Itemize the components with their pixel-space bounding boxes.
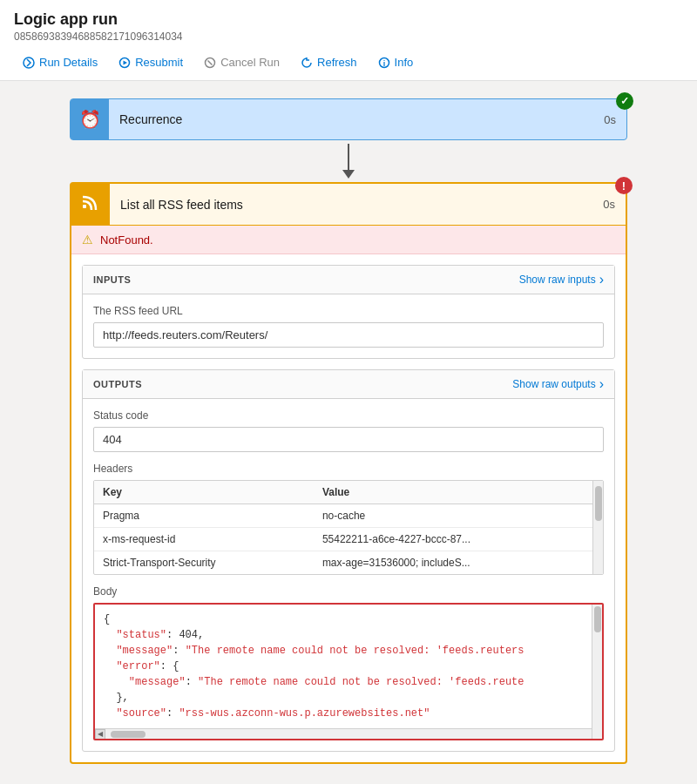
resubmit-button[interactable]: Resubmit: [110, 51, 192, 73]
recurrence-icon-area: ⏰: [71, 99, 109, 139]
success-badge: ✓: [616, 92, 633, 110]
recurrence-block[interactable]: ⏰ Recurrence 0s ✓: [70, 98, 627, 140]
inputs-content: The RSS feed URL http://feeds.reuters.co…: [83, 294, 614, 358]
run-details-icon: [23, 57, 35, 69]
toolbar: Run Details Resubmit Cancel Run Refresh …: [14, 51, 683, 80]
body-section: Body { "status": 404, "message": "The re…: [93, 585, 604, 740]
body-line: "message": "The remote name could not be…: [104, 674, 585, 690]
headers-table: Key Value Pragma no-cache: [94, 481, 603, 574]
body-line: "message": "The remote name could not be…: [104, 643, 585, 659]
svg-point-0: [24, 57, 34, 68]
chevron-right-icon: [599, 273, 604, 287]
rss-time: 0s: [592, 198, 626, 211]
refresh-icon: [301, 57, 313, 69]
outputs-content: Status code 404 Headers Key Value: [83, 399, 614, 751]
status-code-value: 404: [93, 427, 604, 452]
body-line: "source": "rss-wus.azconn-wus.p.azureweb…: [104, 706, 585, 721]
inputs-title: INPUTS: [93, 274, 131, 285]
table-row: Strict-Transport-Security max-age=315360…: [94, 551, 603, 575]
scrollbar-thumb: [595, 486, 602, 521]
rss-icon: [81, 193, 100, 216]
outputs-panel: OUTPUTS Show raw outputs Status code 404…: [82, 369, 615, 752]
header-key: x-ms-request-id: [94, 528, 314, 551]
body-code: { "status": 404, "message": "The remote …: [95, 605, 602, 728]
svg-line-4: [208, 60, 213, 64]
refresh-button[interactable]: Refresh: [292, 51, 366, 73]
rss-header[interactable]: List all RSS feed items 0s !: [71, 184, 626, 226]
header-key: Pragma: [94, 504, 314, 528]
cancel-icon: [204, 57, 216, 69]
headers-label: Headers: [93, 463, 604, 475]
outputs-header: OUTPUTS Show raw outputs: [83, 370, 614, 399]
show-raw-outputs-link[interactable]: Show raw outputs: [512, 377, 604, 391]
resubmit-icon: [118, 57, 131, 69]
table-row: x-ms-request-id 55422211-a6ce-4227-bccc-…: [94, 528, 603, 551]
scroll-left-btn[interactable]: ◀: [95, 729, 105, 740]
arrow-head: [342, 170, 355, 179]
value-column-header: Value: [314, 481, 592, 504]
header-value: no-cache: [314, 504, 592, 528]
headers-table-container: Key Value Pragma no-cache: [93, 480, 604, 575]
outputs-title: OUTPUTS: [93, 379, 142, 389]
body-line: },: [104, 690, 585, 706]
svg-marker-2: [124, 60, 128, 64]
scrollbar-h-track: [107, 731, 590, 738]
rss-url-label: The RSS feed URL: [93, 305, 604, 317]
error-badge: !: [615, 177, 633, 194]
svg-rect-7: [83, 205, 86, 208]
status-code-label: Status code: [93, 409, 604, 422]
body-line: "status": 404,: [104, 627, 585, 643]
page-subtitle: 08586938394688582171096314034: [14, 30, 683, 43]
body-line: {: [104, 612, 585, 627]
flow-container: ⏰ Recurrence 0s ✓: [26, 98, 671, 764]
rss-action-label: List all RSS feed items: [110, 198, 592, 212]
cancel-run-button[interactable]: Cancel Run: [195, 51, 288, 73]
arrow-line: [348, 144, 349, 170]
svg-text:i: i: [382, 59, 385, 68]
info-button[interactable]: i Info: [369, 51, 423, 73]
body-line: "error": {: [104, 659, 585, 674]
key-column-header: Key: [94, 481, 314, 504]
body-scrollbar-h[interactable]: ◀ ▶: [95, 728, 602, 739]
header-value: max-age=31536000; includeS...: [314, 551, 592, 575]
show-raw-inputs-link[interactable]: Show raw inputs: [519, 273, 604, 287]
recurrence-label: Recurrence: [109, 112, 593, 126]
flow-arrow: [342, 144, 355, 179]
recurrence-time: 0s: [593, 113, 626, 126]
page-header: Logic app run 08586938394688582171096314…: [0, 0, 697, 81]
error-message: NotFound.: [100, 233, 153, 247]
body-container: { "status": 404, "message": "The remote …: [93, 603, 604, 740]
inputs-panel: INPUTS Show raw inputs The RSS feed URL …: [82, 265, 615, 359]
header-key: Strict-Transport-Security: [94, 551, 314, 575]
recurrence-icon: ⏰: [79, 109, 101, 130]
scrollbar-h-thumb: [111, 731, 145, 738]
rss-block: List all RSS feed items 0s ! ⚠ NotFound.…: [70, 182, 627, 764]
warning-icon: ⚠: [82, 233, 93, 247]
table-row: Pragma no-cache: [94, 504, 603, 528]
main-content: ⏰ Recurrence 0s ✓: [0, 81, 697, 784]
headers-scrollbar[interactable]: [592, 481, 603, 574]
body-scrollbar-thumb: [594, 606, 601, 632]
error-bar: ⚠ NotFound.: [71, 226, 626, 254]
header-value: 55422211-a6ce-4227-bccc-87...: [314, 528, 592, 551]
rss-icon-area: [71, 184, 110, 225]
headers-section: Headers Key Value: [93, 463, 604, 575]
body-label: Body: [93, 585, 604, 598]
rss-url-value: http://feeds.reuters.com/Reuters/: [93, 322, 604, 348]
inputs-header: INPUTS Show raw inputs: [83, 266, 614, 294]
info-icon: i: [378, 57, 390, 69]
body-scrollbar-v[interactable]: [592, 605, 602, 739]
chevron-right-outputs-icon: [599, 377, 604, 391]
page-title: Logic app run: [14, 10, 683, 29]
run-details-button[interactable]: Run Details: [14, 51, 106, 73]
